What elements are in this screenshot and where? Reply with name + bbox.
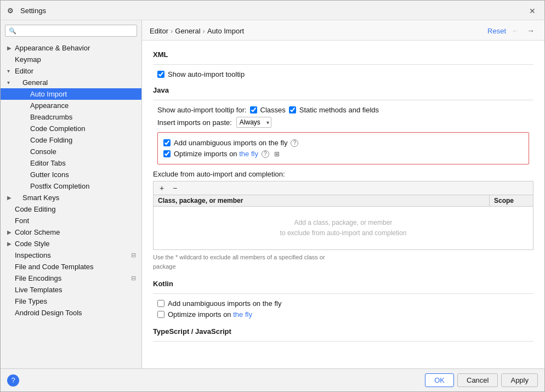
sidebar-item-label: Appearance: [15, 101, 69, 110]
sidebar-item-auto-import[interactable]: Auto Import: [1, 88, 141, 100]
sidebar-item-label: Editor Tabs: [15, 159, 66, 167]
sidebar-item-label: Auto Import: [15, 90, 67, 98]
sidebar-item-font[interactable]: Font: [1, 215, 141, 226]
java-divider: [153, 100, 533, 100]
exclude-section: Exclude from auto-import and completion:…: [153, 170, 533, 271]
sidebar-item-postfix-completion[interactable]: Postfix Completion: [1, 180, 141, 192]
optimize-edit-icon[interactable]: ⊞: [274, 150, 280, 158]
sidebar-item-code-completion[interactable]: Code Completion: [1, 123, 141, 134]
sidebar-item-label: Smart Keys: [15, 194, 59, 202]
help-button[interactable]: ?: [7, 374, 19, 387]
close-button[interactable]: ✕: [527, 5, 538, 16]
optimize-imports-label: Optimize imports on the fly: [174, 150, 258, 158]
sidebar-item-label: Breadcrumbs: [15, 113, 72, 121]
xml-show-tooltip-checkbox[interactable]: [157, 71, 164, 78]
kotlin-section-title: Kotlin: [153, 280, 533, 288]
search-input[interactable]: [19, 27, 133, 35]
search-box[interactable]: 🔍: [5, 25, 137, 37]
red-border-box: Add unambiguous imports on the fly ? Opt…: [157, 132, 529, 164]
kotlin-fly-link[interactable]: the fly: [233, 310, 252, 319]
back-button[interactable]: ←: [509, 25, 521, 37]
java-classes-checkbox[interactable]: [250, 106, 257, 113]
sidebar-item-code-folding[interactable]: Code Folding: [1, 134, 141, 146]
kotlin-optimize-checkbox[interactable]: [157, 311, 164, 318]
sidebar-item-label: File and Code Templates: [15, 263, 94, 271]
reset-link[interactable]: Reset: [487, 27, 506, 35]
insert-imports-select-wrapper[interactable]: Always Ask Never: [236, 117, 271, 128]
add-unambiguous-checkbox[interactable]: [163, 139, 171, 146]
footer-buttons: OK Cancel Apply: [425, 373, 538, 387]
optimize-imports-checkbox[interactable]: [163, 150, 171, 157]
sidebar-item-label: Code Style: [15, 240, 50, 248]
apply-button[interactable]: Apply: [501, 373, 538, 387]
sidebar-item-label: Gutter Icons: [15, 171, 69, 179]
sidebar-item-general[interactable]: ▾ General: [1, 77, 141, 88]
add-exclude-button[interactable]: +: [156, 183, 168, 194]
expand-arrow: ▾: [7, 68, 13, 74]
sidebar-item-editor-tabs[interactable]: Editor Tabs: [1, 157, 141, 169]
search-icon: 🔍: [9, 27, 16, 35]
kotlin-add-checkbox[interactable]: [157, 300, 164, 307]
xml-section-title: XML: [153, 50, 533, 59]
sidebar-item-gutter-icons[interactable]: Gutter Icons: [1, 169, 141, 180]
sidebar-item-file-encodings[interactable]: File Encodings ⊟: [1, 272, 141, 284]
java-tooltip-row: Show auto-import tooltip for: Classes St…: [153, 106, 533, 114]
window-title: Settings: [20, 7, 46, 15]
sidebar-item-file-code-templates[interactable]: File and Code Templates: [1, 261, 141, 272]
sidebar-item-label: Android Design Tools: [15, 309, 82, 317]
panel-header: Editor › General › Auto Import Reset ← →: [142, 20, 544, 41]
sidebar-item-color-scheme[interactable]: ▶ Color Scheme: [1, 226, 141, 238]
kotlin-add-label: Add unambiguous imports on the fly: [168, 299, 281, 308]
sidebar-item-code-style[interactable]: ▶ Code Style: [1, 238, 141, 249]
sidebar-item-label: Keymap: [15, 55, 41, 64]
optimize-fly-link[interactable]: the fly: [239, 150, 258, 158]
sidebar-item-smart-keys[interactable]: ▶ Smart Keys: [1, 192, 141, 203]
java-tooltip-for-label: Show auto-import tooltip for:: [157, 106, 247, 114]
cancel-button[interactable]: Cancel: [457, 373, 498, 387]
sidebar-item-label: Editor: [15, 67, 33, 75]
panel-body: XML Show auto-import tooltip Java Show a…: [142, 41, 544, 368]
optimize-help-icon[interactable]: ?: [262, 150, 269, 158]
forward-button[interactable]: →: [525, 25, 537, 37]
sidebar-item-label: Code Editing: [15, 205, 55, 213]
sidebar-item-label: Color Scheme: [15, 228, 60, 236]
sidebar-item-label: Code Completion: [15, 124, 85, 133]
sidebar-item-code-editing[interactable]: Code Editing: [1, 203, 141, 215]
breadcrumb-editor: Editor: [150, 27, 168, 35]
sidebar-item-android-design-tools[interactable]: Android Design Tools: [1, 307, 141, 319]
typescript-section-title: TypeScript / JavaScript: [153, 327, 533, 336]
ok-button[interactable]: OK: [425, 373, 454, 387]
sidebar: 🔍 ▶ Appearance & Behavior Keymap ▾ Edito…: [1, 20, 142, 368]
exclude-empty-line2: to exclude from auto-import and completi…: [280, 229, 407, 237]
sidebar-item-file-types[interactable]: File Types: [1, 296, 141, 307]
typescript-divider: [153, 341, 533, 342]
kotlin-add-unambiguous-row: Add unambiguous imports on the fly: [153, 299, 533, 308]
sidebar-item-inspections[interactable]: Inspections ⊟: [1, 249, 141, 261]
add-unambiguous-label: Add unambiguous imports on the fly: [174, 139, 287, 147]
java-static-label: Static methods and fields: [299, 106, 379, 114]
sidebar-tree: ▶ Appearance & Behavior Keymap ▾ Editor …: [1, 41, 141, 368]
panel-actions: Reset ← →: [487, 25, 537, 37]
settings-window: ⚙ Settings ✕ 🔍 ▶ Appearance & Behavior K: [0, 0, 545, 392]
exclude-empty-message: Add a class, package, or member to exclu…: [154, 207, 533, 249]
sidebar-item-label: Code Folding: [15, 136, 72, 144]
sidebar-item-keymap[interactable]: Keymap: [1, 54, 141, 65]
java-static-checkbox[interactable]: [289, 106, 296, 113]
sidebar-item-label: General: [15, 78, 48, 87]
add-unambiguous-help-icon[interactable]: ?: [291, 139, 298, 147]
sidebar-item-console[interactable]: Console: [1, 146, 141, 157]
titlebar: ⚙ Settings ✕: [1, 1, 544, 20]
insert-imports-select[interactable]: Always Ask Never: [236, 117, 271, 128]
sidebar-item-live-templates[interactable]: Live Templates: [1, 284, 141, 296]
main-content: 🔍 ▶ Appearance & Behavior Keymap ▾ Edito…: [1, 20, 544, 368]
sidebar-item-editor[interactable]: ▾ Editor: [1, 65, 141, 77]
file-encodings-badge: ⊟: [131, 275, 136, 282]
sidebar-item-appearance-behavior[interactable]: ▶ Appearance & Behavior: [1, 42, 141, 54]
sidebar-item-breadcrumbs[interactable]: Breadcrumbs: [1, 111, 141, 123]
remove-exclude-button[interactable]: −: [169, 183, 181, 194]
breadcrumb-general: General: [175, 27, 200, 35]
kotlin-divider: [153, 293, 533, 294]
java-section-title: Java: [153, 86, 533, 94]
sidebar-item-appearance[interactable]: Appearance: [1, 100, 141, 111]
sidebar-item-label: Postfix Completion: [15, 182, 89, 190]
